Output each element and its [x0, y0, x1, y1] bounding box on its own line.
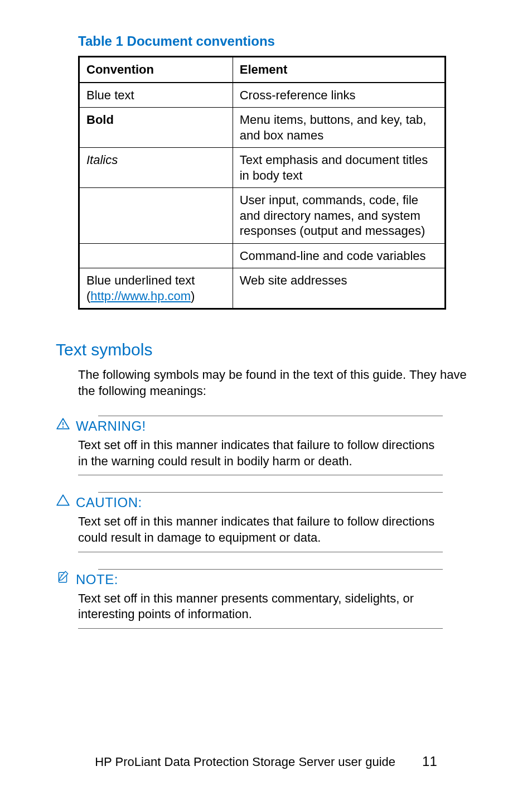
warning-body: Text set off in this manner indicates th… [78, 437, 443, 469]
callout-header: CAUTION: [56, 492, 476, 510]
section-intro: The following symbols may be found in th… [78, 367, 471, 399]
page-content: Table 1 Document conventions Convention … [0, 0, 532, 651]
table-header-row: Convention Element [79, 57, 446, 83]
header-convention: Convention [79, 57, 233, 83]
caution-body: Text set off in this manner indicates th… [78, 514, 443, 546]
note-body: Text set off in this manner presents com… [78, 591, 443, 623]
cell-convention [79, 243, 233, 268]
caution-icon [56, 493, 70, 508]
hp-link[interactable]: http://www.hp.com [90, 289, 191, 303]
page-number: 11 [422, 754, 437, 769]
caution-title: CAUTION: [76, 495, 476, 510]
cell-convention: Italics [79, 148, 233, 188]
cell-element: Text emphasis and document titles in bod… [233, 148, 445, 188]
cell-convention: Bold [79, 108, 233, 148]
cell-element: Web site addresses [233, 268, 445, 309]
link-suffix: ) [191, 289, 195, 303]
table-row: Blue text Cross-reference links [79, 83, 446, 108]
svg-point-1 [62, 426, 64, 427]
cell-element: Cross-reference links [233, 83, 445, 108]
table-row: Bold Menu items, buttons, and key, tab, … [79, 108, 446, 148]
page-footer: HP ProLiant Data Protection Storage Serv… [0, 754, 532, 769]
warning-callout: WARNING! Text set off in this manner ind… [56, 416, 476, 475]
cell-convention: Blue text [79, 83, 233, 108]
callout-header: NOTE: [56, 569, 476, 587]
note-callout: NOTE: Text set off in this manner presen… [56, 569, 476, 629]
note-icon [56, 570, 70, 585]
section-heading-text-symbols: Text symbols [56, 340, 476, 359]
cell-element: User input, commands, code, file and dir… [233, 188, 445, 244]
cell-convention [79, 188, 233, 244]
table-row: Command-line and code variables [79, 243, 446, 268]
table-row: Italics Text emphasis and document title… [79, 148, 446, 188]
table-row: Blue underlined text (http://www.hp.com)… [79, 268, 446, 309]
cell-element: Menu items, buttons, and key, tab, and b… [233, 108, 445, 148]
warning-icon [56, 417, 70, 431]
header-element: Element [233, 57, 445, 83]
callout-header: WARNING! [56, 416, 476, 434]
note-title: NOTE: [76, 572, 476, 587]
conventions-table: Convention Element Blue text Cross-refer… [78, 56, 446, 310]
caution-callout: CAUTION: Text set off in this manner ind… [56, 492, 476, 552]
table-row: User input, commands, code, file and dir… [79, 188, 446, 244]
cell-convention: Blue underlined text (http://www.hp.com) [79, 268, 233, 309]
cell-element: Command-line and code variables [233, 243, 445, 268]
table-title: Table 1 Document conventions [78, 33, 476, 49]
warning-title: WARNING! [76, 418, 476, 434]
footer-text: HP ProLiant Data Protection Storage Serv… [95, 755, 395, 769]
